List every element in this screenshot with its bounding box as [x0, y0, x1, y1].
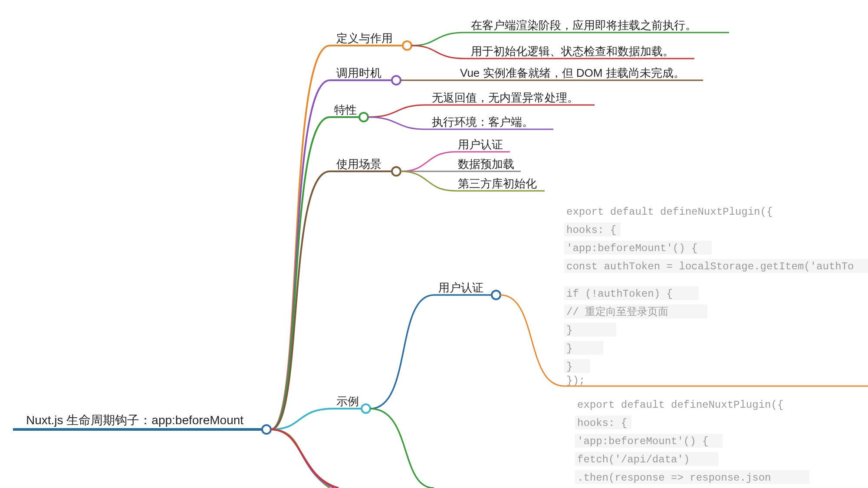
code-preload-line-1: hooks: {: [577, 417, 627, 429]
code-preload-line-4: .then(response => response.json: [577, 472, 771, 484]
root-label: Nuxt.js 生命周期钩子：app:beforeMount: [26, 413, 243, 427]
examples-auth-label: 用户认证: [438, 281, 483, 294]
code-auth-line-5: if (!authToken) {: [566, 288, 673, 300]
branch-usage-label: 使用场景: [336, 157, 381, 170]
branch-usage[interactable]: 使用场景 用户认证 数据预加载 第三方库初始化: [271, 138, 545, 429]
edge-root-extra3: [271, 429, 339, 488]
edge-root-examples: [271, 409, 362, 429]
root-dot: [262, 425, 271, 434]
branch-examples[interactable]: 示例 用户认证 export default defineNuxtPlugin(…: [271, 206, 868, 488]
usage-c1-label: 用户认证: [458, 138, 503, 151]
code-preload-line-3: fetch('/api/data'): [577, 454, 690, 465]
timing-dot: [392, 76, 401, 85]
code-preload-line-0: export default defineNuxtPlugin({: [577, 399, 783, 411]
code-auth-line-8: }: [566, 343, 572, 354]
features-dot: [359, 113, 368, 121]
edge-root-extra2: [271, 429, 334, 488]
timing-c1-label: Vue 实例准备就绪，但 DOM 挂载尚未完成。: [460, 66, 685, 79]
features-c2-label: 执行环境：客户端。: [432, 115, 533, 128]
examples-auth-dot: [492, 291, 500, 299]
code-block-preload: export default defineNuxtPlugin({ hooks:…: [575, 399, 809, 484]
code-auth-line-0: export default defineNuxtPlugin({: [566, 206, 773, 218]
definition-dot: [403, 41, 411, 50]
branch-features[interactable]: 特性 无返回值，无内置异常处理。 执行环境：客户端。: [271, 91, 595, 429]
code-auth-line-2: 'app:beforeMount'() {: [566, 242, 697, 254]
code-auth-line-10: });: [566, 375, 585, 386]
branch-timing-label: 调用时机: [336, 66, 381, 79]
code-auth-line-6: // 重定向至登录页面: [566, 306, 668, 318]
edge-examples-auth: [370, 295, 493, 409]
usage-c2-label: 数据预加载: [458, 157, 514, 170]
edge-examples-preload: [370, 409, 434, 488]
code-block-auth: export default defineNuxtPlugin({ hooks:…: [564, 206, 868, 386]
definition-c1-label: 在客户端渲染阶段，应用即将挂载之前执行。: [471, 19, 697, 32]
root-node[interactable]: Nuxt.js 生命周期钩子：app:beforeMount: [13, 413, 271, 434]
code-auth-line-1: hooks: {: [566, 224, 616, 236]
branch-examples-label: 示例: [336, 395, 359, 408]
code-auth-line-9: }: [566, 361, 572, 373]
edge-definition-c1: [411, 33, 729, 46]
code-preload-line-2: 'app:beforeMount'() {: [577, 436, 708, 447]
branch-features-label: 特性: [334, 103, 357, 116]
usage-c3-label: 第三方库初始化: [458, 177, 537, 190]
code-auth-line-3: const authToken = localStorage.getItem('…: [566, 261, 854, 272]
code-auth-line-7: }: [566, 324, 572, 336]
examples-dot: [362, 404, 370, 413]
usage-dot: [392, 167, 401, 176]
branch-definition-label: 定义与作用: [336, 32, 393, 45]
definition-c2-label: 用于初始化逻辑、状态检查和数据加载。: [471, 45, 674, 58]
edge-root-usage: [271, 171, 393, 429]
features-c1-label: 无返回值，无内置异常处理。: [432, 91, 579, 104]
